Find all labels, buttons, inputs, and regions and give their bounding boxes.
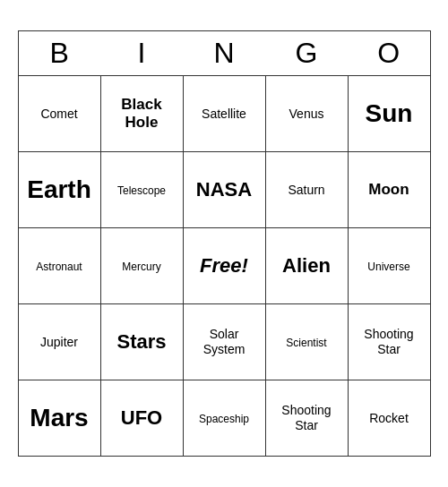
bingo-cell: Stars bbox=[100, 304, 183, 380]
cell-text: Jupiter bbox=[40, 335, 78, 349]
cell-text: Telescope bbox=[117, 184, 166, 197]
bingo-cell: NASA bbox=[183, 152, 265, 228]
cell-text: Universe bbox=[367, 261, 409, 273]
cell-text: Comet bbox=[40, 107, 77, 121]
bingo-cell: Solar System bbox=[183, 304, 265, 380]
bingo-cell: Jupiter bbox=[18, 304, 100, 380]
bingo-cell: Comet bbox=[18, 76, 100, 152]
bingo-cell: Moon bbox=[348, 152, 430, 228]
header-letter: I bbox=[100, 31, 183, 76]
header-letter: N bbox=[183, 31, 265, 76]
bingo-cell: Free! bbox=[183, 228, 265, 304]
bingo-cell: Rocket bbox=[348, 380, 430, 457]
cell-text: NASA bbox=[196, 178, 252, 201]
table-row: JupiterStarsSolar SystemScientistShootin… bbox=[18, 304, 430, 380]
header-letter: B bbox=[18, 31, 100, 76]
header-letter: O bbox=[348, 31, 430, 76]
bingo-cell: Telescope bbox=[100, 152, 183, 228]
bingo-cell: Black Hole bbox=[100, 76, 183, 152]
cell-text: Shooting Star bbox=[270, 403, 344, 433]
cell-text: Solar System bbox=[187, 327, 262, 357]
cell-text: Sun bbox=[366, 99, 413, 127]
bingo-cell: Sun bbox=[348, 76, 430, 152]
cell-text: UFO bbox=[121, 406, 162, 429]
bingo-cell: Saturn bbox=[265, 152, 348, 228]
cell-text: Black Hole bbox=[105, 96, 179, 132]
table-row: CometBlack HoleSatelliteVenusSun bbox=[18, 76, 430, 152]
cell-text: Shooting Star bbox=[352, 327, 426, 357]
cell-text: Mars bbox=[30, 404, 88, 431]
bingo-cell: Mercury bbox=[100, 228, 183, 304]
cell-text: Alien bbox=[282, 254, 331, 277]
bingo-cell: Shooting Star bbox=[265, 380, 348, 457]
bingo-cell: Universe bbox=[348, 228, 430, 304]
header-letter: G bbox=[265, 31, 348, 76]
bingo-cell: Satellite bbox=[183, 76, 265, 152]
cell-text: Stars bbox=[116, 330, 166, 353]
table-row: EarthTelescopeNASASaturnMoon bbox=[18, 152, 430, 228]
bingo-cell: Alien bbox=[265, 228, 348, 304]
cell-text: Free! bbox=[200, 254, 248, 277]
bingo-cell: Venus bbox=[265, 76, 348, 152]
cell-text: Scientist bbox=[286, 337, 326, 349]
cell-text: Venus bbox=[289, 107, 324, 121]
cell-text: Rocket bbox=[369, 411, 409, 425]
cell-text: Moon bbox=[368, 181, 409, 198]
cell-text: Spaceship bbox=[199, 413, 249, 425]
table-row: AstronautMercuryFree!AlienUniverse bbox=[18, 228, 430, 304]
cell-text: Saturn bbox=[288, 183, 324, 197]
bingo-cell: Spaceship bbox=[183, 380, 265, 457]
bingo-cell: Mars bbox=[18, 380, 100, 457]
bingo-cell: Earth bbox=[18, 152, 100, 228]
cell-text: Earth bbox=[27, 175, 91, 203]
bingo-cell: Scientist bbox=[265, 304, 348, 380]
bingo-cell: UFO bbox=[100, 380, 183, 457]
bingo-cell: Shooting Star bbox=[348, 304, 430, 380]
cell-text: Mercury bbox=[122, 261, 160, 273]
cell-text: Satellite bbox=[202, 107, 246, 121]
header-row: BINGO bbox=[18, 31, 430, 76]
table-row: MarsUFOSpaceshipShooting StarRocket bbox=[18, 380, 430, 457]
bingo-grid: BINGO CometBlack HoleSatelliteVenusSunEa… bbox=[18, 30, 431, 457]
bingo-cell: Astronaut bbox=[18, 228, 100, 304]
cell-text: Astronaut bbox=[36, 261, 82, 273]
